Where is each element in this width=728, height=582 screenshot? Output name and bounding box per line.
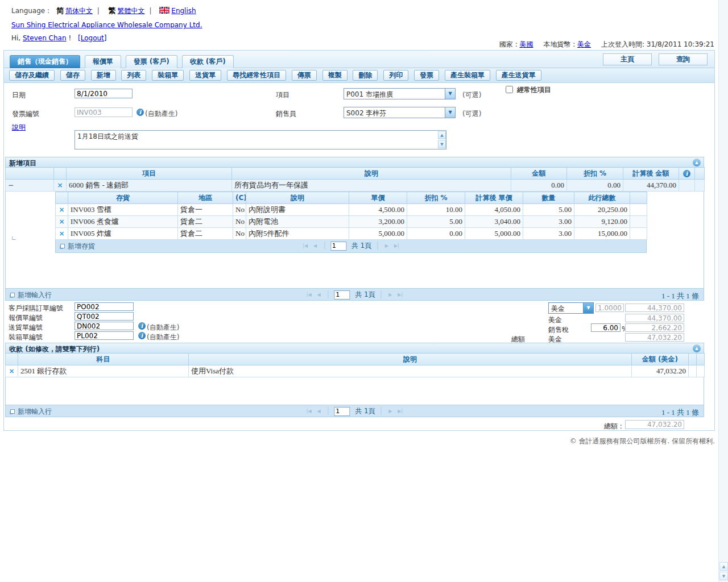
- pager-page-input[interactable]: [330, 242, 346, 251]
- lang-traditional-link[interactable]: 繁體中文: [118, 7, 145, 15]
- pager-last-icon[interactable]: ▶|: [398, 292, 403, 297]
- add-receipt-row-link[interactable]: 新增輸入行: [9, 408, 52, 415]
- chevron-down-icon[interactable]: ▼: [445, 107, 455, 118]
- account-desc-cell: 所有貨品均有一年保護: [232, 180, 511, 192]
- invoice-no-label: 發票編號: [12, 109, 39, 119]
- pager-page-input[interactable]: [334, 290, 350, 300]
- packing-list-button[interactable]: 裝箱單: [152, 70, 184, 81]
- new-button[interactable]: 新增: [91, 70, 116, 81]
- info-icon[interactable]: i: [138, 322, 146, 330]
- home-button[interactable]: 主頁: [603, 53, 652, 65]
- po-input[interactable]: [75, 302, 134, 311]
- col-stock-discount: 折扣 %: [407, 192, 465, 204]
- pager-first-icon[interactable]: |◀: [307, 409, 312, 414]
- local-currency-link[interactable]: 美金: [577, 40, 591, 48]
- delete-row-icon[interactable]: ×: [57, 181, 63, 189]
- scroll-up-icon[interactable]: ▲: [438, 131, 446, 139]
- delete-row-icon[interactable]: ×: [59, 230, 64, 238]
- generate-delivery-button[interactable]: 產生送貨單: [496, 70, 541, 81]
- country-link[interactable]: 美國: [520, 40, 533, 48]
- pager-next-icon[interactable]: ▶: [388, 292, 392, 297]
- pl-input[interactable]: [75, 331, 134, 340]
- chevron-down-icon[interactable]: ▼: [583, 303, 593, 313]
- qty-cell: 5.00: [523, 204, 574, 216]
- print-button[interactable]: 列印: [383, 70, 408, 81]
- line-total-cell: 15,000.00: [574, 228, 630, 240]
- query-button[interactable]: 查詢: [659, 53, 708, 65]
- pager-page-input[interactable]: [334, 407, 350, 416]
- pager-last-icon[interactable]: ▶|: [398, 409, 403, 414]
- voucher-button[interactable]: 傳票: [292, 70, 317, 81]
- tax-rate-input[interactable]: [591, 323, 621, 332]
- delete-row-icon[interactable]: ×: [59, 218, 64, 226]
- pager-prev-icon[interactable]: ◀: [317, 409, 321, 414]
- pager-next-icon[interactable]: ▶: [388, 409, 392, 414]
- chevron-down-icon[interactable]: ▼: [445, 89, 455, 99]
- scroll-down-icon[interactable]: ▼: [719, 572, 728, 580]
- username-link[interactable]: Steven Chan: [23, 34, 67, 42]
- items-panel: 新增項目 ▲ 項目 說明 金額 折扣 % 計算後 金額 i − × 6000 銷…: [5, 157, 704, 301]
- date-input[interactable]: [75, 89, 133, 98]
- delivery-note-button[interactable]: 送貨單: [189, 70, 221, 81]
- pager-next-icon[interactable]: ▶: [385, 243, 388, 248]
- tab-invoice-customer[interactable]: 發票 (客戶): [126, 55, 177, 68]
- qt-input[interactable]: [75, 312, 134, 321]
- col-calc-price: 計算後 單價: [465, 192, 523, 204]
- simplified-badge-icon: 简: [56, 6, 64, 15]
- lang-simplified-link[interactable]: 简体中文: [65, 7, 93, 15]
- save-continue-button[interactable]: 儲存及繼續: [9, 70, 55, 81]
- currency-select[interactable]: 美金 ▼: [548, 302, 594, 314]
- pager-prev-icon[interactable]: ◀: [313, 243, 317, 248]
- inventory-row: × INV003 雪櫃 貨倉一 No 內附說明書 4,500.00 10.00 …: [56, 204, 647, 216]
- info-icon[interactable]: i: [136, 109, 144, 116]
- unit-price-cell: 4,500.00: [349, 204, 407, 216]
- tab-quotation[interactable]: 報價單: [85, 55, 121, 68]
- dn-input[interactable]: [75, 322, 134, 330]
- add-stock-link[interactable]: 新增存貨: [59, 242, 95, 250]
- recurring-item-checkbox[interactable]: [506, 86, 513, 93]
- add-item-row-link[interactable]: 新增輸入行: [9, 291, 52, 299]
- list-button[interactable]: 列表: [121, 70, 146, 81]
- delete-button[interactable]: 刪除: [353, 70, 378, 81]
- delete-row-icon[interactable]: ×: [59, 206, 64, 214]
- pager-prev-icon[interactable]: ◀: [317, 292, 321, 297]
- description-textarea[interactable]: 1月18日或之前送貨 ▲ ▼: [75, 130, 446, 149]
- description-link[interactable]: 說明: [12, 123, 26, 132]
- find-recurring-button[interactable]: 尋找經常性項目: [227, 70, 286, 81]
- tab-receipt-customer[interactable]: 收款 (客戶): [182, 55, 234, 68]
- receipt-panel-title-bar: 收款 (如修改，請雙擊下列行) ▲: [5, 343, 704, 353]
- info-icon[interactable]: i: [683, 170, 690, 177]
- info-icon[interactable]: i: [138, 332, 146, 339]
- items-panel-title: 新增項目: [9, 159, 36, 167]
- delete-row-icon[interactable]: ×: [9, 367, 14, 375]
- pager-first-icon[interactable]: |◀: [303, 243, 308, 248]
- col-location: 地區: [178, 192, 233, 204]
- lang-english-link[interactable]: English: [171, 7, 196, 15]
- language-label: Language :: [11, 7, 49, 15]
- copy-button[interactable]: 複製: [322, 70, 348, 81]
- logout-link[interactable]: [Logout]: [78, 34, 106, 42]
- tab-sales-cash[interactable]: 銷售（現金銷售）: [10, 55, 80, 68]
- items-header-row: 項目 說明 金額 折扣 % 計算後 金額 i: [6, 168, 705, 180]
- pager-last-icon[interactable]: ▶|: [394, 243, 399, 248]
- stock-cell: INV003 雪櫃: [68, 204, 178, 216]
- greeting: Hi, Steven Chan ! [Logout]: [11, 34, 106, 42]
- generate-packing-button[interactable]: 產生裝箱單: [445, 70, 490, 81]
- scroll-down-icon[interactable]: ▼: [438, 140, 446, 148]
- vertical-scrollbar[interactable]: ▲ ▼: [718, 0, 728, 582]
- collapse-icon[interactable]: ▲: [693, 344, 701, 352]
- divider: [328, 407, 329, 415]
- project-select[interactable]: P001 市場推廣 ▼: [344, 88, 456, 99]
- receipt-panel-body: [5, 377, 704, 405]
- save-button[interactable]: 儲存: [60, 70, 85, 81]
- company-link[interactable]: Sun Shing Electrical Appliance Wholesale…: [11, 21, 202, 29]
- c-cell: No: [233, 228, 246, 240]
- salesman-select[interactable]: S002 李梓芬 ▼: [344, 107, 456, 118]
- invoice-button[interactable]: 發票: [414, 70, 439, 81]
- receipt-row[interactable]: × 2501 銀行存款 使用Visa付款 47,032.20: [6, 365, 705, 377]
- collapse-row-icon[interactable]: −: [8, 181, 14, 189]
- pager-first-icon[interactable]: |◀: [307, 292, 312, 297]
- collapse-icon[interactable]: ▲: [693, 159, 701, 167]
- scroll-up-icon[interactable]: ▲: [719, 562, 728, 571]
- col-account: 科目: [18, 354, 189, 365]
